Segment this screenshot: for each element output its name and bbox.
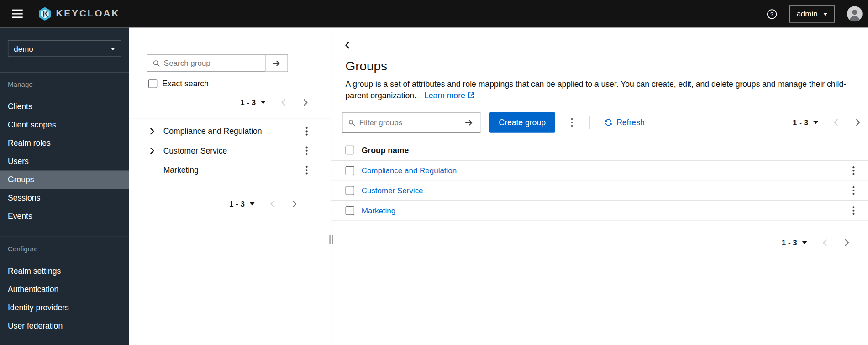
pagination-range-toggle[interactable]: 1 - 3 [229, 199, 255, 208]
expand-toggle-icon[interactable] [150, 127, 163, 134]
caret-down-icon [802, 241, 807, 244]
pagination-prev-button[interactable] [832, 118, 839, 127]
groups-tree-list: Compliance and Regulation Customer Servi… [129, 118, 331, 180]
sidebar-nav: demo Manage Clients Client scopes Realm … [0, 28, 129, 345]
panel-resize-handle[interactable] [329, 235, 333, 244]
filter-submit-button[interactable] [458, 113, 480, 132]
row-kebab-icon[interactable] [849, 204, 858, 217]
caret-down-icon [813, 121, 818, 124]
chevron-left-icon [823, 239, 827, 246]
main-content: Groups A group is a set of attributes an… [331, 28, 868, 345]
pagination-next-button[interactable] [855, 118, 862, 127]
pagination-prev-button[interactable] [821, 238, 828, 247]
row-checkbox[interactable] [346, 186, 354, 195]
table-row: Marketing [331, 201, 868, 221]
learn-more-link[interactable]: Learn more [424, 90, 475, 101]
pagination-prev-button[interactable] [280, 98, 287, 107]
sidebar-item-realm-roles[interactable]: Realm roles [0, 134, 129, 152]
table-header-row: Group name [331, 140, 868, 161]
sidebar-item-events[interactable]: Events [0, 207, 129, 225]
caret-down-icon [261, 101, 266, 104]
pagination-next-button[interactable] [291, 199, 298, 208]
tree-pagination-top: 1 - 3 [129, 96, 331, 109]
sidebar-item-identity-providers[interactable]: Identity providers [0, 298, 129, 317]
row-checkbox[interactable] [346, 166, 354, 175]
exact-search-checkbox[interactable] [148, 79, 157, 88]
refresh-icon [604, 118, 612, 126]
table-pagination-top: 1 - 3 [793, 118, 861, 127]
refresh-button[interactable]: Refresh [604, 118, 644, 127]
page-description: A group is a set of attributes and role … [346, 79, 847, 101]
tree-item-customer-service[interactable]: Customer Service [129, 141, 331, 160]
pagination-range-toggle[interactable]: 1 - 3 [782, 238, 807, 247]
sidebar-item-users[interactable]: Users [0, 152, 129, 170]
nav-toggle-button[interactable] [7, 4, 27, 24]
sidebar-item-groups[interactable]: Groups [0, 170, 129, 189]
pagination-range-toggle[interactable]: 1 - 3 [793, 118, 818, 127]
tree-item-marketing[interactable]: Marketing [129, 160, 331, 179]
avatar[interactable] [847, 6, 863, 21]
column-header-group-name: Group name [362, 146, 409, 154]
chevron-right-icon [845, 239, 849, 246]
create-group-button[interactable]: Create group [489, 112, 555, 133]
groups-table: Group name Compliance and Regulation Cus… [331, 140, 868, 221]
collapse-drawer-button[interactable] [342, 41, 352, 50]
expand-toggle-icon[interactable] [150, 147, 163, 154]
pagination-next-button[interactable] [844, 238, 851, 247]
keycloak-logo-icon [37, 7, 52, 21]
chevron-right-icon [856, 119, 860, 126]
realm-selector[interactable]: demo [8, 41, 121, 57]
toolbar-kebab-icon[interactable] [567, 116, 576, 129]
masthead: KEYCLOAK admin [0, 0, 868, 28]
search-icon [147, 59, 163, 67]
sidebar-item-client-scopes[interactable]: Client scopes [0, 116, 129, 134]
chevron-left-icon [345, 42, 350, 49]
user-menu-button[interactable]: admin [789, 5, 835, 23]
page-title: Groups [346, 59, 868, 74]
groups-tree-panel: Exact search 1 - 3 Compliance and Regula… [129, 28, 331, 345]
tree-item-compliance-and-regulation[interactable]: Compliance and Regulation [129, 122, 331, 141]
kebab-menu-icon[interactable] [302, 124, 311, 138]
app-window: KEYCLOAK admin demo Manage Clients Clien… [0, 0, 868, 345]
arrow-right-icon [272, 59, 280, 67]
kebab-menu-icon[interactable] [302, 144, 311, 157]
pagination-range-toggle[interactable]: 1 - 3 [240, 98, 266, 107]
search-group-input[interactable] [164, 59, 265, 68]
row-kebab-icon[interactable] [849, 164, 858, 177]
search-submit-button[interactable] [265, 55, 287, 71]
table-row: Compliance and Regulation [331, 161, 868, 181]
external-link-icon [468, 92, 475, 99]
filter-groups-box [342, 112, 480, 133]
chevron-right-icon [303, 99, 308, 106]
pagination-prev-button[interactable] [269, 199, 276, 208]
group-link[interactable]: Compliance and Regulation [362, 166, 457, 175]
row-kebab-icon[interactable] [849, 184, 858, 197]
exact-search-label: Exact search [162, 79, 209, 88]
sidebar-item-authentication[interactable]: Authentication [0, 280, 129, 298]
pagination-next-button[interactable] [302, 98, 309, 107]
keycloak-logo: KEYCLOAK [37, 7, 120, 21]
group-search-box [147, 54, 288, 72]
user-menu-label: admin [796, 10, 817, 18]
groups-toolbar: Create group Refresh 1 - 3 [342, 112, 861, 133]
select-all-checkbox[interactable] [346, 146, 354, 154]
configure-nav-list: Realm settings Authentication Identity p… [0, 262, 129, 335]
tree-item-label: Marketing [163, 165, 302, 174]
row-checkbox[interactable] [346, 206, 354, 214]
sidebar-item-sessions[interactable]: Sessions [0, 189, 129, 207]
chevron-left-icon [834, 119, 838, 126]
chevron-left-icon [281, 99, 286, 106]
sidebar-item-user-federation[interactable]: User federation [0, 317, 129, 335]
sidebar-item-clients[interactable]: Clients [0, 97, 129, 116]
help-icon[interactable] [767, 9, 777, 19]
group-link[interactable]: Customer Service [362, 186, 423, 195]
filter-groups-input[interactable] [359, 118, 458, 127]
arrow-right-icon [465, 118, 473, 127]
caret-down-icon [110, 48, 115, 50]
sidebar-item-realm-settings[interactable]: Realm settings [0, 262, 129, 280]
kebab-menu-icon[interactable] [302, 163, 311, 176]
toolbar-divider [589, 116, 590, 129]
chevron-left-icon [270, 201, 275, 207]
tree-pagination-bottom: 1 - 3 [129, 197, 331, 211]
group-link[interactable]: Marketing [362, 206, 396, 214]
